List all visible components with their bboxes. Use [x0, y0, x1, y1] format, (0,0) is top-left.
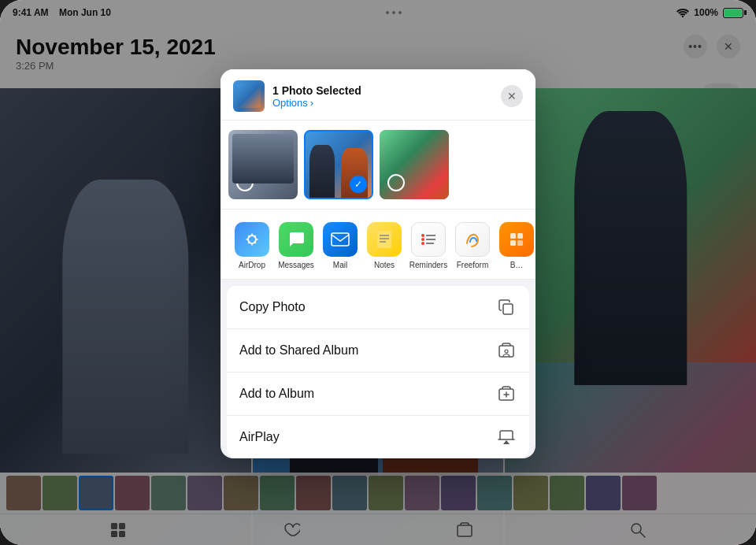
mail-symbol	[331, 232, 350, 247]
photo-check-selected: ✓	[350, 176, 367, 193]
airplay-action[interactable]: AirPlay	[227, 416, 529, 458]
copy-icon	[498, 298, 515, 316]
dot-2	[392, 11, 395, 14]
share-sheet-header: 1 Photo Selected Options › ✕	[220, 69, 536, 120]
add-shared-album-icon	[496, 340, 517, 361]
svg-point-16	[421, 238, 424, 241]
notes-symbol	[376, 230, 392, 249]
reminders-label: Reminders	[410, 261, 447, 269]
freeform-app-icon	[455, 222, 490, 257]
app-reminders[interactable]: Reminders	[406, 222, 450, 269]
close-x-icon: ✕	[507, 90, 517, 102]
mail-label: Mail	[333, 261, 347, 269]
svg-rect-10	[332, 233, 349, 246]
airplay-label: AirPlay	[239, 430, 280, 444]
airdrop-icon	[235, 222, 269, 257]
add-album-label: Add to Album	[239, 387, 314, 401]
preview-photo-1	[228, 130, 298, 199]
svg-rect-25	[503, 304, 513, 314]
options-chevron: ›	[310, 97, 313, 109]
svg-rect-22	[517, 233, 523, 239]
airdrop-label: AirDrop	[239, 261, 265, 269]
battery-percent: 100%	[694, 7, 718, 18]
copy-photo-icon	[496, 297, 517, 317]
add-shared-album-action[interactable]: Add to Shared Album	[227, 329, 529, 373]
share-header-text: 1 Photo Selected Options ›	[272, 84, 361, 109]
messages-icon	[279, 222, 313, 257]
share-header-left: 1 Photo Selected Options ›	[233, 80, 361, 112]
preview-photo-3	[380, 130, 449, 199]
app-row: AirDrop Messages Mail	[220, 209, 536, 280]
app-mail[interactable]: Mail	[318, 222, 362, 269]
status-right: 100%	[676, 7, 743, 18]
share-thumbnail	[233, 80, 265, 112]
copy-photo-label: Copy Photo	[239, 300, 306, 314]
select-circle-3	[387, 174, 405, 191]
svg-rect-11	[377, 231, 391, 248]
share-close-button[interactable]: ✕	[501, 85, 523, 107]
notes-app-icon	[367, 222, 402, 257]
svg-rect-21	[510, 233, 516, 239]
reminders-app-icon	[411, 222, 446, 257]
reminders-symbol	[420, 231, 437, 248]
freeform-label: Freeform	[457, 261, 489, 269]
status-time: 9:41 AM Mon Jun 10	[13, 7, 111, 18]
svg-rect-23	[510, 240, 516, 246]
day-display: Mon Jun 10	[59, 7, 111, 18]
svg-point-17	[421, 242, 424, 245]
selected-count-label: 1 Photo Selected	[272, 84, 361, 97]
app-notes[interactable]: Notes	[362, 222, 406, 269]
add-album-icon	[496, 384, 517, 404]
battery-icon	[723, 8, 743, 18]
add-album-action[interactable]: Add to Album	[227, 373, 529, 416]
notes-label: Notes	[374, 261, 395, 269]
airplay-icon	[496, 427, 517, 447]
app-freeform[interactable]: Freeform	[450, 222, 495, 269]
freeform-symbol	[464, 231, 481, 248]
mail-app-icon	[323, 222, 358, 257]
action-list: Copy Photo Add to Shared Album	[227, 286, 529, 458]
options-label: Options	[272, 97, 308, 109]
share-sheet: 1 Photo Selected Options › ✕	[220, 69, 536, 458]
copy-photo-action[interactable]: Copy Photo	[227, 286, 529, 329]
dot-1	[386, 11, 389, 14]
time-display: 9:41 AM	[13, 7, 49, 18]
wifi-icon	[676, 8, 689, 17]
options-button[interactable]: Options ›	[272, 97, 361, 109]
album-icon	[498, 385, 515, 402]
app-messages[interactable]: Messages	[274, 222, 318, 269]
svg-point-0	[682, 16, 684, 17]
messages-symbol	[287, 231, 306, 248]
svg-point-15	[421, 234, 424, 237]
battery-fill	[724, 9, 742, 17]
airplay-symbol	[498, 428, 515, 446]
shared-album-icon	[498, 342, 515, 359]
app-airdrop[interactable]: AirDrop	[230, 222, 274, 269]
more-symbol	[508, 231, 525, 248]
svg-point-27	[505, 350, 508, 353]
app-more[interactable]: B…	[495, 222, 536, 269]
airdrop-symbol	[243, 230, 261, 249]
status-bar: 9:41 AM Mon Jun 10 100%	[0, 0, 756, 25]
photo-preview-strip: ✓	[220, 120, 536, 209]
messages-label: Messages	[278, 261, 314, 269]
ipad-frame: 9:41 AM Mon Jun 10 100%	[0, 0, 756, 545]
svg-rect-26	[499, 346, 513, 357]
more-app-icon	[499, 222, 534, 257]
preview-photo-2: ✓	[304, 130, 373, 199]
more-app-label: B…	[510, 261, 524, 269]
svg-rect-24	[517, 240, 523, 246]
dot-3	[398, 11, 402, 14]
status-center	[386, 11, 402, 14]
add-shared-album-label: Add to Shared Album	[239, 343, 358, 358]
